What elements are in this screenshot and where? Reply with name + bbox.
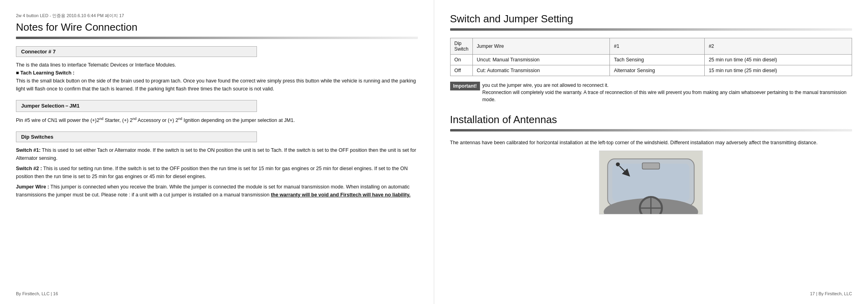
left-panel: 2w 4 button LED - 인증용 2010.6.10 6:44 PM … <box>0 0 434 304</box>
svg-rect-7 <box>643 163 660 169</box>
col-header-dip: DipSwitch <box>450 38 472 55</box>
table-cell: On <box>450 55 472 65</box>
table-cell: 25 min run time (45 min diesel) <box>705 55 852 65</box>
right-divider <box>450 28 852 31</box>
antenna-diagram <box>600 151 702 214</box>
switch-table: DipSwitch Jumper Wire #1 #2 OnUncut: Man… <box>450 38 852 76</box>
antenna-title: Installation of Antennas <box>450 114 852 126</box>
antenna-text: The antennas have been calibrated for ho… <box>450 139 852 147</box>
table-cell: Cut: Automatic Transmission <box>472 65 609 76</box>
switch1-block: Switch #1: This is used to set either Ta… <box>16 146 418 162</box>
jumper-box: Jumper Selection－JM1 <box>16 100 257 112</box>
col-header-2: #2 <box>705 38 852 55</box>
left-section-title: Notes for Wire Connection <box>16 21 418 33</box>
doc-meta: 2w 4 button LED - 인증용 2010.6.10 6:44 PM … <box>16 13 418 19</box>
important-block: Important! you cut the jumper wire, you … <box>450 82 852 103</box>
connector-box: Connector # 7 <box>16 46 257 57</box>
jumper-text: Pin #5 wire of CN1 will power the (+)2nd… <box>16 116 418 124</box>
antenna-divider <box>450 129 852 131</box>
jumper-wire-label: Jumper Wire : <box>16 184 49 190</box>
switch1-text: This is used to set either Tach or Alter… <box>16 147 416 161</box>
jumper-wire-block: Jumper Wire : This jumper is connected w… <box>16 183 418 199</box>
important-content: you cut the jumper wire, you are not all… <box>482 82 852 103</box>
tach-text: This is the small black button on the si… <box>16 78 416 92</box>
left-page-num: By Firsttech, LLC | 16 <box>16 291 418 296</box>
svg-point-8 <box>616 163 620 167</box>
table-cell: Alternator Sensing <box>610 65 705 76</box>
switch2-label: Switch #2 : <box>16 166 42 171</box>
dip-box: Dip Switches <box>16 131 257 142</box>
switch1-label: Switch #1: <box>16 147 41 153</box>
connector-text: The is the data lines to interface Telem… <box>16 61 418 93</box>
table-cell: Tach Sensing <box>610 55 705 65</box>
important-sub: Reconnection will completely void the wa… <box>482 90 846 102</box>
col-header-jumper: Jumper Wire <box>472 38 609 55</box>
antenna-image <box>599 151 703 214</box>
jumper-wire-underline: the warranty will be void and Firsttech … <box>271 192 411 198</box>
table-cell: 15 min run time (25 min diesel) <box>705 65 852 76</box>
table-row: OnUncut: Manual TransmissionTach Sensing… <box>450 55 852 65</box>
right-page-num: 17 | By Firsttech, LLC <box>450 291 852 296</box>
tach-label: ■ Tach Learning Switch : <box>16 70 74 76</box>
table-row: OffCut: Automatic TransmissionAlternator… <box>450 65 852 76</box>
important-badge: Important! <box>450 82 480 90</box>
right-section-title: Switch and Jumper Setting <box>450 13 852 25</box>
switch2-block: Switch #2 : This is used for setting run… <box>16 165 418 180</box>
antenna-section: Installation of Antennas The antennas ha… <box>450 114 852 218</box>
left-divider <box>16 37 418 39</box>
important-text: you cut the jumper wire, you are not all… <box>482 82 609 88</box>
table-cell: Off <box>450 65 472 76</box>
right-panel: Switch and Jumper Setting DipSwitch Jump… <box>434 0 868 304</box>
col-header-1: #1 <box>610 38 705 55</box>
table-cell: Uncut: Manual Transmission <box>472 55 609 65</box>
switch2-text: This is used for setting run time. If th… <box>16 166 408 179</box>
page: 2w 4 button LED - 인증용 2010.6.10 6:44 PM … <box>0 0 868 304</box>
